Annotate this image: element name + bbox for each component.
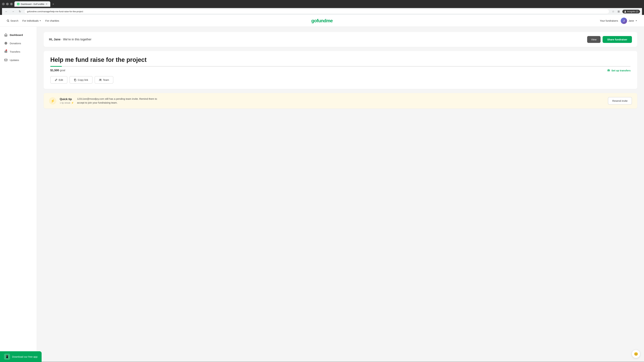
browser-top-bar: G Dashboard - GoFundMe ✕ + (2, 1, 642, 7)
user-name: Jane (628, 19, 634, 22)
svg-point-16 (100, 79, 100, 80)
sidebar-donations-label: Donations (10, 42, 21, 45)
for-charities-label: For charities (45, 19, 59, 22)
download-app-label: Download our free app (12, 355, 38, 358)
tab-close-button[interactable]: ✕ (46, 3, 48, 5)
header-right: Your fundraisers J Jane (600, 17, 637, 24)
download-app-icon: 📱 (4, 354, 10, 360)
address-actions: ☆ Incognito (2) (611, 9, 640, 14)
sidebar-updates-label: Updates (10, 59, 19, 61)
goal-row: $1,500 goal Set up transfers (50, 69, 630, 72)
edit-button[interactable]: Edit (50, 76, 68, 84)
address-input[interactable] (24, 9, 609, 14)
svg-point-17 (100, 79, 101, 80)
bookmark-button[interactable]: ☆ (611, 9, 615, 14)
site-logo[interactable]: gofundme (311, 18, 332, 23)
new-tab-button[interactable]: + (51, 2, 56, 7)
svg-rect-1 (7, 3, 8, 5)
edit-label: Edit (59, 78, 63, 81)
sidebar-toggle-button[interactable] (617, 9, 621, 13)
progress-bar-container (50, 66, 630, 67)
view-button[interactable]: View (587, 36, 600, 43)
fundraiser-title: Help me fund raise for the project (50, 56, 630, 63)
svg-point-7 (625, 11, 626, 12)
your-fundraisers-link[interactable]: Your fundraisers (600, 19, 618, 22)
main-content: Hi, Jane · We're in this together View S… (37, 27, 644, 362)
user-menu[interactable]: J Jane (621, 17, 637, 24)
team-icon (99, 79, 102, 81)
chat-button[interactable]: 😊 (632, 350, 640, 358)
progress-bar-fill (50, 66, 62, 67)
svg-line-9 (8, 21, 9, 22)
greeting-name: Hi, Jane (49, 38, 60, 41)
tab-favicon: G (17, 3, 20, 5)
user-menu-chevron-icon (635, 20, 637, 22)
back-button[interactable]: ← (4, 9, 9, 14)
bank-transfer-icon (607, 69, 610, 72)
copy-icon (74, 79, 76, 81)
set-up-transfers-link[interactable]: Set up transfers (607, 69, 630, 72)
greeting-text: Hi, Jane · We're in this together (49, 38, 92, 41)
sidebar-item-updates[interactable]: Updates (0, 56, 37, 64)
svg-rect-15 (75, 79, 76, 81)
for-charities-nav[interactable]: For charities (45, 19, 59, 22)
chat-icon: 😊 (634, 352, 638, 356)
main-layout: Dashboard Donations (0, 27, 644, 362)
fundraiser-card: Help me fund raise for the project $1,50… (44, 51, 637, 89)
sidebar-item-donations[interactable]: Donations (0, 39, 37, 47)
team-button[interactable]: Team (94, 76, 114, 84)
site-header: Search For individuals For charities gof… (0, 15, 644, 27)
resend-invite-button[interactable]: Resend invite (608, 97, 632, 105)
tip-icon: ⚡ (49, 97, 56, 105)
for-individuals-label: For individuals (22, 19, 39, 22)
tip-title: Quick tip (60, 97, 74, 101)
tip-left: ⚡ Quick tip 1 tip streak ⚡ 12311ee@moodj… (49, 97, 161, 105)
greeting: Hi, Jane · We're in this together (49, 38, 92, 41)
page: Search For individuals For charities gof… (0, 15, 644, 362)
maximize-button[interactable] (6, 3, 9, 5)
svg-rect-4 (618, 11, 620, 11)
sidebar-transfers-label: Transfers (10, 50, 20, 53)
sidebar: Dashboard Donations (0, 27, 37, 362)
refresh-button[interactable]: ↻ (18, 9, 22, 14)
minimize-button[interactable] (2, 3, 5, 5)
copy-link-label: Copy link (78, 78, 88, 81)
tip-streak: 1 tip streak ⚡ (60, 102, 74, 104)
copy-link-button[interactable]: Copy link (70, 76, 92, 84)
active-tab[interactable]: G Dashboard - GoFundMe ✕ (14, 1, 50, 7)
dashboard-action-buttons: View Share fundraiser (587, 36, 632, 43)
tab-title: Dashboard - GoFundMe (21, 3, 44, 5)
target-icon (4, 41, 8, 45)
svg-point-8 (7, 20, 9, 21)
tip-streak-text: 1 tip streak (60, 102, 70, 104)
browser-chrome: G Dashboard - GoFundMe ✕ + ← → ↻ ☆ (0, 0, 644, 15)
sidebar-dashboard-label: Dashboard (10, 33, 23, 36)
sidebar-item-dashboard[interactable]: Dashboard (0, 31, 37, 39)
incognito-button[interactable]: Incognito (2) (622, 10, 640, 13)
action-buttons: Edit Copy link (50, 76, 630, 84)
greeting-separator: · (62, 38, 63, 41)
close-button[interactable] (10, 3, 13, 5)
svg-point-13 (6, 43, 6, 43)
search-link[interactable]: Search (7, 19, 18, 22)
download-app-strip[interactable]: 📱 Download our free app (0, 351, 42, 362)
quick-tip-card: ⚡ Quick tip 1 tip streak ⚡ 12311ee@moodj… (44, 93, 637, 109)
edit-icon (55, 79, 57, 81)
home-icon (4, 33, 8, 37)
for-individuals-nav[interactable]: For individuals (22, 19, 42, 22)
message-icon (4, 58, 8, 62)
lightning-icon: ⚡ (51, 99, 55, 103)
search-label: Search (10, 19, 18, 22)
dashboard-header: Hi, Jane · We're in this together View S… (44, 32, 637, 47)
tab-bar: G Dashboard - GoFundMe ✕ + (14, 1, 56, 7)
header-left: Search For individuals For charities (7, 19, 59, 22)
sidebar-item-transfers[interactable]: Transfers (0, 47, 37, 56)
forward-button[interactable]: → (11, 9, 16, 14)
incognito-label: Incognito (2) (627, 10, 638, 13)
svg-rect-10 (5, 35, 6, 36)
share-fundraiser-button[interactable]: Share fundraiser (602, 36, 632, 43)
greeting-tagline: We're in this together (63, 38, 92, 41)
address-bar-row: ← → ↻ ☆ Incognito (2) (2, 8, 642, 15)
goal-label: goal (60, 69, 65, 72)
tip-message: 12311ee@moodjoy.com still has a pending … (77, 97, 161, 105)
